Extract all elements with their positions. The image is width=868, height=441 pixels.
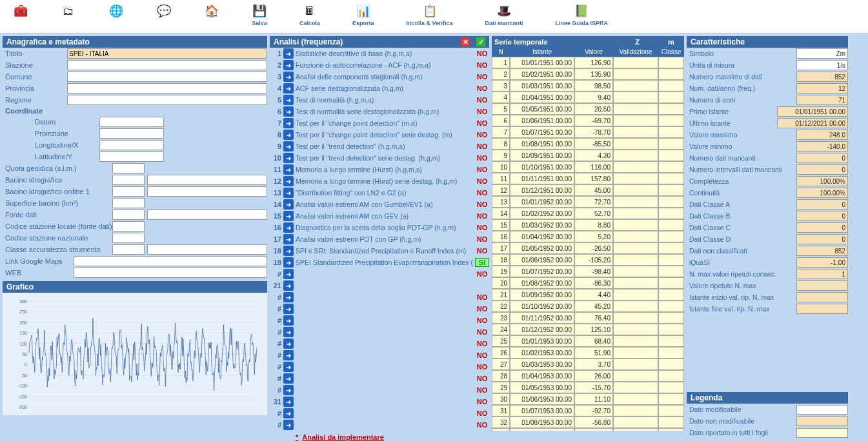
analisi-run-0[interactable]: ➜ <box>283 48 294 59</box>
field2-3[interactable] <box>112 198 145 208</box>
field2-4a[interactable] <box>112 210 145 220</box>
analisi-run-31[interactable]: ➜ <box>283 408 294 418</box>
tool-esporta[interactable]: 📊Esporta <box>352 3 374 32</box>
table-row[interactable]: 9 01/09/1951 00.00 4.30 <box>492 150 684 161</box>
table-row[interactable]: 29 01/05/1953 00.00 -15.70 <box>492 382 684 393</box>
table-row[interactable]: 11 01/11/1951 00.00 157.80 <box>492 173 684 184</box>
field2-4b[interactable] <box>147 210 267 220</box>
tool-risorse-web[interactable]: 🌐 <box>108 3 124 32</box>
analisi-run-30[interactable]: ➜ <box>283 397 294 407</box>
field2-2b[interactable] <box>147 186 267 197</box>
close-icon[interactable]: ✕ <box>461 37 470 46</box>
analisi-run-1[interactable]: ➜ <box>283 60 294 70</box>
tool-home[interactable]: 🏠 <box>204 3 219 32</box>
analisi-run-10[interactable]: ➜ <box>283 164 294 175</box>
analisi-run-16[interactable]: ➜ <box>283 234 294 244</box>
analisi-run-9[interactable]: ➜ <box>283 153 294 163</box>
table-row[interactable]: 22 01/10/1952 00.00 45.20 <box>492 300 684 312</box>
check-icon[interactable]: ✓ <box>476 37 485 46</box>
carat-val-1[interactable]: 1/s <box>796 60 848 70</box>
analisi-run-32[interactable]: ➜ <box>283 420 294 430</box>
field2-8[interactable] <box>74 256 267 266</box>
analisi-run-28[interactable]: ➜ <box>283 373 294 384</box>
analisi-run-19[interactable]: ➜ <box>283 269 294 279</box>
analisi-run-20[interactable]: ➜ <box>283 280 294 291</box>
analisi-run-25[interactable]: ➜ <box>283 338 294 349</box>
analisi-run-15[interactable]: ➜ <box>283 222 294 233</box>
field-1[interactable] <box>67 60 267 70</box>
analisi-run-13[interactable]: ➜ <box>283 199 294 210</box>
table-row[interactable]: 13 01/01/1952 00.00 72.70 <box>492 196 684 208</box>
field-2[interactable] <box>67 72 267 82</box>
tool-calcola[interactable]: 🖩Calcola <box>299 3 320 32</box>
field2-0[interactable] <box>112 163 145 173</box>
tool-dati-mancanti[interactable]: 🎩Dati mancanti <box>485 3 523 32</box>
tool-opzioni[interactable]: 💬 <box>156 3 172 32</box>
table-row[interactable]: 12 01/12/1951 00.00 45.00 <box>492 184 684 196</box>
analisi-run-3[interactable]: ➜ <box>283 83 294 93</box>
analisi-run-22[interactable]: ➜ <box>283 304 294 314</box>
analisi-run-4[interactable]: ➜ <box>283 95 294 105</box>
table-row[interactable]: 1 01/01/1951 00.00 126.90 <box>492 57 684 68</box>
field2-7a[interactable] <box>112 244 145 255</box>
analisi-run-5[interactable]: ➜ <box>283 106 294 117</box>
table-row[interactable]: 32 01/08/1953 00.00 -56.80 <box>492 416 684 428</box>
field2-6[interactable] <box>112 233 145 243</box>
analisi-run-23[interactable]: ➜ <box>283 315 294 326</box>
analisi-run-8[interactable]: ➜ <box>283 141 294 152</box>
coord-3[interactable] <box>99 152 164 162</box>
table-row[interactable]: 7 01/07/1951 00.00 -78.70 <box>492 126 684 138</box>
table-row[interactable]: 27 01/03/1953 00.00 3.70 <box>492 358 684 370</box>
analisi-run-11[interactable]: ➜ <box>283 176 294 186</box>
table-row[interactable]: 4 01/04/1951 00.00 9.40 <box>492 92 684 103</box>
table-row[interactable]: 2 01/02/1951 00.00 135.90 <box>492 68 684 80</box>
table-row[interactable]: 19 01/07/1952 00.00 -98.40 <box>492 266 684 277</box>
table-row[interactable]: 6 01/06/1951 00.00 -69.70 <box>492 115 684 126</box>
table-row[interactable]: 30 01/06/1953 00.00 11.10 <box>492 393 684 405</box>
analisi-run-6[interactable]: ➜ <box>283 118 294 128</box>
table-row[interactable]: 33 01/09/1953 00.00 -16.60 <box>492 428 684 431</box>
table-row[interactable]: 3 01/03/1951 00.00 98.50 <box>492 80 684 92</box>
analisi-run-21[interactable]: ➜ <box>283 292 294 302</box>
table-row[interactable]: 17 01/05/1952 00.00 -26.50 <box>492 242 684 254</box>
tool-linee-guida[interactable]: 📗Linee Guida ISPRA <box>556 3 609 32</box>
field2-1b[interactable] <box>147 175 267 185</box>
tool-incolla[interactable]: 📋Incolla & Verifica <box>407 3 453 32</box>
coord-1[interactable] <box>99 128 164 139</box>
analisi-run-14[interactable]: ➜ <box>283 211 294 221</box>
table-row[interactable]: 23 01/11/1952 00.00 76.40 <box>492 312 684 324</box>
field-0[interactable] <box>67 48 267 59</box>
table-row[interactable]: 26 01/02/1953 00.00 51.90 <box>492 347 684 358</box>
coord-2[interactable] <box>99 140 164 150</box>
analisi-run-18[interactable]: ➜ <box>283 257 294 268</box>
coord-0[interactable] <box>99 117 164 127</box>
carat-val-0[interactable]: Zm <box>796 48 848 59</box>
field2-9[interactable] <box>74 268 267 278</box>
table-row[interactable]: 14 01/02/1952 00.00 52.70 <box>492 208 684 219</box>
table-row[interactable]: 10 01/10/1951 00.00 116.00 <box>492 161 684 173</box>
table-row[interactable]: 20 01/08/1952 00.00 -86.30 <box>492 277 684 289</box>
field-3[interactable] <box>67 83 267 93</box>
analisi-run-26[interactable]: ➜ <box>283 350 294 360</box>
table-row[interactable]: 28 01/04/1953 00.00 26.00 <box>492 370 684 382</box>
table-row[interactable]: 16 01/04/1952 00.00 5.20 <box>492 231 684 242</box>
table-row[interactable]: 21 01/09/1952 00.00 4.40 <box>492 289 684 300</box>
tool-salva[interactable]: 💾Salva <box>252 3 267 32</box>
table-row[interactable]: 31 01/07/1953 00.00 -92.70 <box>492 405 684 416</box>
field2-2a[interactable] <box>112 186 145 197</box>
analisi-run-7[interactable]: ➜ <box>283 130 294 140</box>
field2-1a[interactable] <box>112 175 145 185</box>
field2-7b[interactable] <box>147 244 267 255</box>
analisi-run-27[interactable]: ➜ <box>283 362 294 372</box>
analisi-run-17[interactable]: ➜ <box>283 246 294 256</box>
analisi-run-2[interactable]: ➜ <box>283 72 294 82</box>
table-row[interactable]: 18 01/06/1952 00.00 -105.20 <box>492 254 684 266</box>
field2-5[interactable] <box>112 221 145 231</box>
table-row[interactable]: 5 01/05/1951 00.00 20.50 <box>492 103 684 115</box>
analisi-run-29[interactable]: ➜ <box>283 385 294 395</box>
table-row[interactable]: 15 01/03/1952 00.00 8.80 <box>492 219 684 231</box>
table-row[interactable]: 25 01/01/1953 00.00 68.40 <box>492 335 684 347</box>
table-row[interactable]: 24 01/12/1952 00.00 125.10 <box>492 324 684 335</box>
tool-schema[interactable]: 🗂 <box>61 3 76 32</box>
table-row[interactable]: 8 01/08/1951 00.00 -85.50 <box>492 138 684 150</box>
